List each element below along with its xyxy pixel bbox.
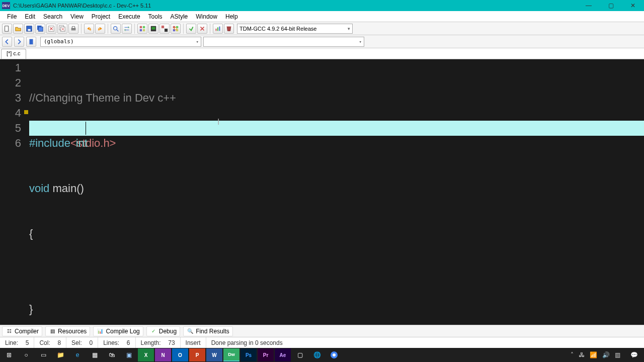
minimize-button[interactable]: — (578, 0, 600, 11)
ibeam-cursor-icon: I (217, 115, 219, 130)
line-number: 5 (0, 121, 21, 136)
svg-rect-28 (30, 39, 33, 44)
svg-rect-0 (5, 26, 9, 31)
menu-execute[interactable]: Execute (114, 12, 144, 21)
menu-search[interactable]: Search (39, 12, 66, 21)
code-area[interactable]: //Changing Theme in Dev c++ #include<std… (29, 59, 644, 325)
find-button[interactable] (111, 24, 121, 34)
svg-rect-2 (28, 29, 30, 31)
code-comment: //Changing Theme in Dev c++ (29, 92, 176, 104)
title-bar: DEV C:\Users\GAGAN PANWAR\Desktop\c.c - … (0, 0, 644, 11)
trash-button[interactable] (224, 24, 234, 34)
svg-point-23 (174, 27, 177, 30)
window-title: C:\Users\GAGAN PANWAR\Desktop\c.c - Dev-… (13, 3, 578, 9)
svg-rect-21 (173, 29, 175, 31)
svg-rect-19 (173, 26, 175, 28)
compiler-profile-select[interactable]: TDM-GCC 4.9.2 64-bit Release (237, 24, 353, 34)
start-button[interactable]: ⊞ (1, 348, 17, 361)
svg-rect-16 (152, 27, 155, 29)
compiler-icon: ☷ (6, 328, 13, 335)
stop-button[interactable] (197, 24, 207, 34)
save-all-button[interactable] (35, 24, 45, 34)
text-cursor (86, 122, 86, 135)
line-number: 1 (0, 60, 21, 75)
class-browser-select[interactable]: (globals) (40, 37, 201, 47)
profile-button[interactable] (213, 24, 223, 34)
fold-marker-icon[interactable] (24, 110, 28, 114)
svg-rect-24 (216, 29, 217, 31)
file-tab-cc[interactable]: [*] c.c (1, 49, 26, 59)
svg-rect-20 (176, 26, 178, 28)
go-forward-button[interactable] (14, 37, 24, 47)
code-ident: main() (49, 182, 84, 195)
bookmark-button[interactable] (26, 37, 36, 47)
close-file-button[interactable] (46, 24, 56, 34)
svg-rect-18 (165, 29, 168, 32)
svg-rect-11 (140, 26, 142, 28)
menu-window[interactable]: Window (192, 12, 221, 21)
undo-button[interactable] (84, 24, 94, 34)
menu-help[interactable]: Help (221, 12, 242, 21)
menu-file[interactable]: File (3, 12, 21, 21)
menu-tools[interactable]: Tools (144, 12, 167, 21)
svg-rect-12 (143, 26, 145, 28)
redo-button[interactable] (95, 24, 105, 34)
print-button[interactable] (68, 24, 78, 34)
nav-toolbar: (globals) (0, 35, 644, 48)
code-keyword: void (29, 182, 49, 195)
code-brace: } (29, 303, 33, 315)
code-brace: { (29, 227, 33, 240)
svg-rect-27 (227, 26, 231, 27)
svg-rect-9 (72, 26, 74, 28)
svg-rect-4 (39, 27, 43, 31)
open-button[interactable] (13, 24, 23, 34)
current-line-text: int (48, 137, 91, 149)
file-tab-strip: [*] c.c (0, 48, 644, 59)
line-number: 2 (0, 75, 21, 90)
fold-column (24, 59, 29, 325)
close-all-button[interactable] (57, 24, 67, 34)
svg-rect-26 (219, 26, 220, 31)
save-button[interactable] (24, 24, 34, 34)
line-gutter: 1 2 3 4 5 6 (0, 59, 24, 325)
menu-edit[interactable]: Edit (21, 12, 39, 21)
app-icon: DEV (2, 2, 10, 9)
run-button[interactable] (148, 24, 158, 34)
replace-button[interactable] (122, 24, 132, 34)
function-browser-select[interactable] (203, 37, 364, 47)
svg-rect-22 (176, 29, 178, 31)
go-back-button[interactable] (2, 37, 12, 47)
compile-run-button[interactable] (159, 24, 170, 34)
line-number: 4 (0, 106, 21, 121)
line-number: 6 (0, 136, 21, 151)
svg-rect-13 (140, 29, 142, 31)
svg-point-10 (114, 26, 117, 30)
menu-view[interactable]: View (66, 12, 88, 21)
current-line-highlight: int (29, 121, 644, 136)
line-number: 3 (0, 90, 21, 106)
maximize-button[interactable]: ▢ (600, 0, 622, 11)
rebuild-button[interactable] (171, 24, 181, 34)
main-toolbar: TDM-GCC 4.9.2 64-bit Release (0, 22, 644, 35)
new-file-button[interactable] (2, 24, 12, 34)
menu-project[interactable]: Project (88, 12, 114, 21)
close-button[interactable]: ✕ (622, 0, 644, 11)
code-editor[interactable]: 1 2 3 4 5 6 //Changing Theme in Dev c++ … (0, 59, 644, 325)
svg-rect-14 (143, 29, 145, 31)
menu-bar: File Edit Search View Project Execute To… (0, 11, 644, 22)
svg-rect-25 (217, 27, 218, 31)
svg-rect-17 (162, 25, 164, 28)
compile-button[interactable] (137, 24, 147, 34)
menu-astyle[interactable]: AStyle (167, 12, 192, 21)
debug-button[interactable] (186, 24, 196, 34)
